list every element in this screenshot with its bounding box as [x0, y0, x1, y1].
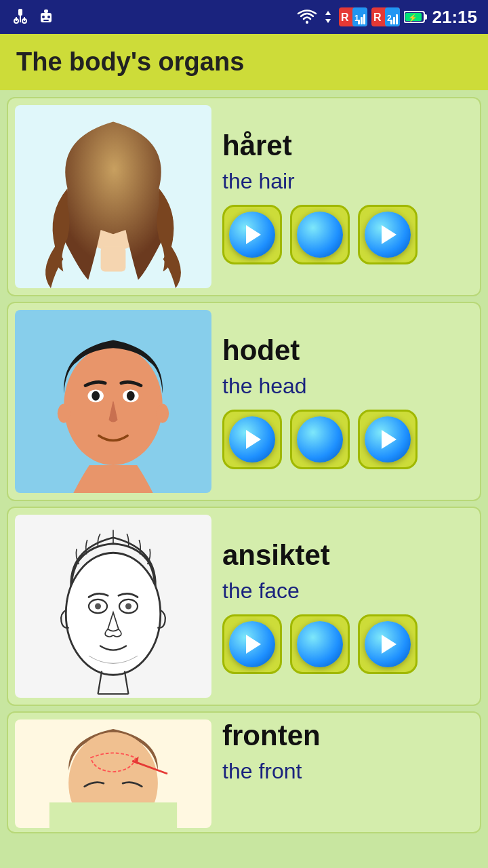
signal-icon [321, 9, 335, 24]
face-bubble-3 [365, 621, 411, 667]
head-bubble-2 [297, 416, 343, 462]
hair-buttons [222, 205, 473, 264]
hair-bubble-3 [365, 212, 411, 258]
status-bar: R 1 R 2 ⚡ 21:15 [0, 0, 488, 34]
face-buttons [222, 614, 473, 674]
hair-image [15, 105, 211, 288]
svg-rect-0 [18, 9, 22, 16]
svg-rect-35 [101, 247, 126, 272]
hair-translation: the hair [222, 169, 473, 194]
svg-point-11 [47, 16, 50, 18]
svg-rect-7 [44, 9, 48, 13]
svg-point-45 [95, 604, 101, 610]
svg-point-10 [42, 16, 45, 18]
svg-rect-28 [393, 17, 395, 24]
robot-icon [37, 7, 56, 26]
svg-point-47 [125, 604, 131, 610]
usb-icon [11, 7, 30, 26]
face-play-btn-1[interactable] [222, 614, 282, 674]
face-native-word: ansiktet [222, 539, 473, 572]
head-arrow-3 [382, 430, 396, 449]
status-bar-left [11, 7, 56, 26]
status-bar-right: R 1 R 2 ⚡ 21:15 [297, 7, 478, 28]
hair-arrow-1 [246, 225, 261, 244]
head-translation: the head [222, 374, 473, 399]
svg-rect-27 [390, 20, 392, 24]
head-image [15, 310, 211, 493]
forehead-translation: the front [222, 759, 473, 784]
hair-play-btn-1[interactable] [222, 205, 282, 264]
hair-arrow-3 [382, 225, 396, 244]
head-arrow-1 [246, 430, 261, 449]
card-face: ansiktet the face [7, 507, 481, 706]
svg-rect-12 [43, 20, 49, 21]
forehead-content: fronten the front [222, 719, 473, 784]
r-badge-2: R 2 [371, 7, 400, 26]
svg-text:R: R [373, 12, 382, 23]
svg-rect-49 [49, 802, 177, 828]
forehead-native-word: fronten [222, 719, 473, 752]
head-play-btn-3[interactable] [358, 410, 418, 469]
page-title: The body's organs [16, 47, 472, 77]
face-image [15, 515, 211, 698]
hair-bubble-1 [229, 212, 275, 258]
face-bubble-2 [297, 621, 343, 667]
svg-rect-4 [16, 17, 17, 21]
hair-bubble-2 [297, 212, 343, 258]
svg-rect-9 [52, 16, 54, 20]
svg-point-41 [58, 404, 70, 423]
r-badge-1: R 1 [339, 7, 367, 26]
svg-marker-15 [325, 19, 331, 23]
svg-point-38 [92, 391, 100, 401]
title-bar: The body's organs [0, 34, 488, 90]
face-translation: the face [222, 578, 473, 604]
hair-content: håret the hair [222, 130, 473, 264]
head-buttons [222, 410, 473, 469]
forehead-image [15, 719, 211, 828]
svg-point-13 [306, 21, 308, 24]
svg-rect-5 [24, 17, 25, 21]
head-content: hodet the head [222, 334, 473, 469]
svg-marker-14 [325, 11, 331, 15]
svg-text:R: R [341, 12, 349, 23]
head-native-word: hodet [222, 334, 473, 367]
time-display: 21:15 [432, 7, 478, 28]
card-hair: håret the hair [7, 97, 481, 296]
card-forehead: fronten the front [7, 711, 481, 833]
hair-play-btn-3[interactable] [358, 205, 418, 264]
head-bubble-1 [229, 416, 275, 462]
svg-point-40 [127, 391, 135, 401]
svg-rect-20 [358, 20, 360, 24]
svg-rect-31 [424, 14, 427, 20]
hair-play-btn-2[interactable] [290, 205, 350, 264]
battery-icon: ⚡ [404, 9, 428, 24]
wifi-icon [297, 9, 317, 24]
face-content: ansiktet the face [222, 539, 473, 674]
card-head: hodet the head [7, 302, 481, 501]
svg-rect-8 [38, 16, 41, 20]
face-bubble-1 [229, 621, 275, 667]
face-play-btn-2[interactable] [290, 614, 350, 674]
svg-text:⚡: ⚡ [408, 13, 418, 22]
face-arrow-3 [382, 635, 396, 654]
head-bubble-3 [365, 416, 411, 462]
face-arrow-1 [246, 635, 261, 654]
svg-point-42 [156, 404, 169, 423]
svg-rect-21 [361, 17, 363, 24]
svg-rect-22 [363, 14, 365, 24]
head-play-btn-1[interactable] [222, 410, 282, 469]
cards-container: håret the hair [0, 90, 488, 840]
head-play-btn-2[interactable] [290, 410, 350, 469]
svg-rect-1 [20, 16, 21, 22]
hair-native-word: håret [222, 130, 473, 162]
svg-rect-29 [396, 14, 398, 24]
face-play-btn-3[interactable] [358, 614, 418, 674]
